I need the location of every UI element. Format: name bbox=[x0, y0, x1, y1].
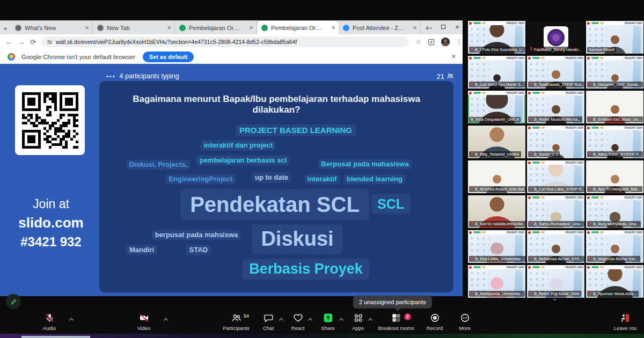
participant-tile[interactable]: PEKERTI 2024B_Luh Eka Laba_STKIP R... bbox=[527, 160, 584, 193]
record-icon bbox=[430, 313, 440, 325]
muted-mic-icon bbox=[530, 82, 533, 87]
toolbar-label: Video bbox=[128, 325, 160, 331]
participant-name-label: Fasilitator_Benny Hendri... bbox=[528, 47, 583, 53]
browser-tab[interactable]: Pembelajaran Orang Dewasa_4✕ bbox=[257, 21, 339, 34]
notification-close-icon[interactable]: ✕ bbox=[451, 53, 456, 60]
participant-name-label: B_Luh Ketut Ayu Manik S... bbox=[469, 82, 525, 87]
chat-icon bbox=[264, 313, 274, 325]
back-icon[interactable]: ← bbox=[5, 38, 12, 46]
participant-tile[interactable]: PEKERTI 2024B_Sunet_U.S bbox=[527, 126, 584, 158]
browser-tab[interactable]: What's New✕ bbox=[11, 21, 93, 34]
virtual-background-banner: PEKERTI 2024 bbox=[586, 265, 643, 269]
participant-name-label: B_Magenda Bisma Yud... bbox=[587, 256, 640, 262]
participant-tile[interactable]: PEKERTI 2024B_Muhamad Akrom_STK... bbox=[527, 230, 584, 263]
participant-tile[interactable]: PEKERTI 2024B_Alber Tulak_STIPER P... bbox=[586, 126, 643, 158]
participant-tile[interactable]: B_SAYID HABIBURRAHM... bbox=[468, 195, 525, 228]
leave-button[interactable]: Leave roo bbox=[606, 313, 644, 331]
typing-indicator: ••• 4 participants typing 21 bbox=[106, 71, 454, 81]
wordcloud-word: interaktif dan project bbox=[201, 141, 276, 151]
chrome-logo-icon bbox=[8, 53, 15, 61]
breakout-badge: 2 bbox=[404, 313, 411, 320]
participant-tile[interactable]: PEKERTI 2024B_Retno Puji Astuti_UMA bbox=[527, 265, 584, 298]
window-maximize-button[interactable] bbox=[440, 24, 447, 30]
participant-tile[interactable]: PEKERTI 2024B_Andre Mustofa Me ha... bbox=[527, 91, 584, 123]
react-button[interactable]: React bbox=[283, 313, 312, 331]
leave-icon bbox=[620, 313, 631, 325]
participant-tile[interactable]: B_Ni Ketut Ardani_Univ Bal... bbox=[468, 160, 525, 193]
participant-tile[interactable]: PEKERTI 2024B_Magenda Bisma Yud... bbox=[586, 230, 643, 263]
audio-button[interactable]: Audio bbox=[33, 313, 65, 331]
browser-menu-icon[interactable]: ⋮ bbox=[456, 38, 463, 46]
browser-extension-icon[interactable] bbox=[428, 39, 435, 46]
tab-search-icon[interactable]: ▾ bbox=[0, 23, 11, 34]
muted-mic-icon bbox=[530, 256, 533, 262]
participant-name-label: B_Elda Despalantri_UMCB bbox=[469, 117, 521, 122]
chat-button[interactable]: Chat bbox=[253, 313, 283, 331]
participant-tile[interactable]: PEKERTI 2024B_Elda Despalantri_UMCB bbox=[468, 91, 525, 123]
virtual-background-banner: PEKERTI 2024 bbox=[468, 21, 525, 25]
participant-tile[interactable]: Fasilitator_Benny Hendri... bbox=[527, 21, 584, 54]
participant-tile[interactable]: PEKERTI 2024B_Luh Ketut Ayu Manik S... bbox=[468, 56, 525, 89]
muted-mic-icon bbox=[471, 186, 474, 192]
browser-window: ▾ What's New✕New Tab✕Pembelajaran Orang … bbox=[0, 20, 463, 296]
participant-tile[interactable]: PEKERTI 2024B_Daryanto_UHT_Surab... bbox=[586, 56, 643, 89]
wordcloud-word: Diskusi bbox=[252, 224, 342, 254]
window-close-button[interactable]: ✕ bbox=[454, 24, 460, 30]
breakout-button[interactable]: Breakout rooms2 bbox=[372, 313, 420, 331]
tab-bar: ▾ What's New✕New Tab✕Pembelajaran Orang … bbox=[0, 20, 463, 34]
participant-tile[interactable]: PEKERTI 2024B_Asmiyunda_Universita... bbox=[468, 265, 525, 298]
tab-title: Post Attendee - Zoom bbox=[353, 25, 404, 31]
participant-tile[interactable]: PEKERTI 2024B_Eka Lailita_Universitas... bbox=[468, 230, 525, 263]
participant-tile[interactable]: PEKERTI 2024B_Nyoman Weda Asta... bbox=[586, 265, 643, 298]
record-button[interactable]: Record bbox=[420, 313, 450, 331]
chevron-up-icon[interactable] bbox=[164, 318, 168, 322]
participant-tile[interactable]: PEKERTI 2024B_Rury Monyanda_Una... bbox=[586, 195, 643, 228]
virtual-background-banner: PEKERTI 2024 bbox=[586, 195, 643, 200]
annotate-pencil-button[interactable] bbox=[6, 294, 21, 309]
taskbar-window-edge bbox=[21, 336, 90, 338]
apps-icon bbox=[353, 313, 363, 325]
bookmark-star-icon[interactable]: ☆ bbox=[415, 38, 421, 46]
participant-name-label: B_Ni Ketut Ardani_Univ Bal... bbox=[469, 186, 525, 192]
browser-tab[interactable]: Pembelajaran Orang Dewasa_4✕ bbox=[175, 21, 257, 34]
toolbar-label: Apps bbox=[343, 325, 372, 331]
slido-url: slido.com bbox=[0, 215, 102, 231]
participant-tile[interactable]: PEKERTI 2024Samsul Maarif bbox=[586, 21, 643, 54]
share-button[interactable]: Share bbox=[312, 313, 343, 331]
forward-icon[interactable]: → bbox=[18, 38, 25, 46]
toolbar-label: React bbox=[283, 325, 312, 331]
participant-tile[interactable]: PEKERTI 2024B_I Putu Eka Suardana_U... bbox=[468, 21, 525, 54]
participant-tile[interactable]: PEKERTI 2024B_Syafinawati_STKIP Ros... bbox=[527, 56, 584, 89]
more-button[interactable]: More bbox=[450, 313, 480, 331]
participant-tile[interactable]: PEKERTI 2024B_Sahru Romadloni_Univ... bbox=[527, 195, 584, 228]
chevron-up-icon[interactable] bbox=[69, 318, 74, 322]
tab-close-icon[interactable]: ✕ bbox=[409, 25, 417, 31]
screen: ▾ What's New✕New Tab✕Pembelajaran Orang … bbox=[0, 0, 644, 338]
tab-close-icon[interactable]: ✕ bbox=[82, 25, 89, 31]
wordcloud-word: up to date bbox=[252, 173, 291, 183]
participant-name-label: B_Sunet_U.S bbox=[528, 151, 560, 157]
participant-tile[interactable]: B_Ayu Tri Hidayanti_Bali... bbox=[586, 160, 643, 193]
profile-avatar[interactable] bbox=[441, 38, 450, 46]
reload-icon[interactable]: ⟳ bbox=[30, 38, 36, 46]
tab-close-icon[interactable]: ✕ bbox=[164, 25, 171, 31]
video-button[interactable]: Video bbox=[128, 313, 160, 331]
participant-name-label: B_I Putu Eka Suardana_U... bbox=[469, 47, 525, 53]
virtual-background-banner: PEKERTI 2024 bbox=[527, 126, 584, 130]
apps-button[interactable]: Apps bbox=[343, 313, 372, 331]
participant-tile[interactable]: B_Billy_Telaarief_UNIBA bbox=[468, 126, 525, 158]
participant-tile[interactable]: B_Emiliani Elsi Jerau_Un... bbox=[586, 91, 643, 123]
tab-close-icon[interactable]: ✕ bbox=[246, 25, 253, 31]
window-minimize-button[interactable] bbox=[426, 24, 433, 30]
address-field[interactable]: wall.sli.do/event/vieP2Jua9ydvXxoH1bEVHu… bbox=[41, 36, 409, 47]
browser-tab[interactable]: New Tab✕ bbox=[93, 21, 175, 34]
wordcloud-word: Diskusi, Projects, bbox=[126, 160, 191, 170]
set-as-default-button[interactable]: Set as default bbox=[143, 52, 194, 62]
browser-tab[interactable]: Post Attendee - Zoom✕ bbox=[339, 21, 421, 34]
participant-name-label: B_Eka Lailita_Universitas... bbox=[469, 256, 525, 262]
toolbar-label: Leave roo bbox=[606, 325, 644, 331]
toolbar-label: Participants bbox=[219, 325, 253, 331]
muted-mic-icon bbox=[589, 256, 592, 262]
tab-close-icon[interactable]: ✕ bbox=[328, 25, 335, 31]
participants-button[interactable]: Participants54 bbox=[219, 313, 253, 331]
